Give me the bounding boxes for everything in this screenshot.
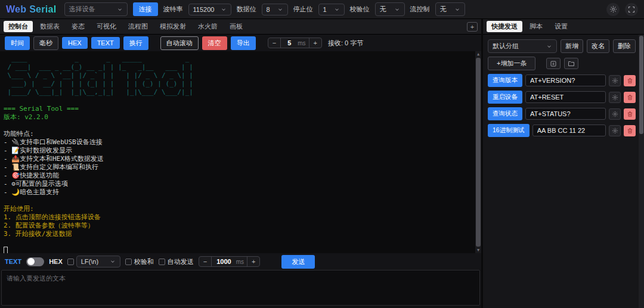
databits-select[interactable]: 8 — [262, 4, 288, 15]
scrollbar-thumb[interactable] — [476, 58, 481, 247]
item-settings-button[interactable] — [609, 92, 621, 103]
baud-select[interactable]: 115200 — [188, 4, 231, 15]
left-panel: 控制台 数据表 姿态 可视化 流程图 模拟发射 水火箭 画板 + 时间 毫秒 H… — [0, 19, 481, 308]
text-mode-label[interactable]: TEXT — [5, 258, 21, 265]
trash-icon — [627, 127, 633, 134]
databits-select-value: 8 — [267, 6, 270, 13]
device-select[interactable]: 选择设备 — [64, 2, 128, 16]
add-tab-button[interactable]: + — [467, 22, 478, 32]
item-delete-button[interactable] — [624, 92, 636, 103]
item-settings-button[interactable] — [609, 108, 621, 120]
quick-send-label-button[interactable]: 16进制测试 — [488, 124, 530, 137]
quick-send-command-input[interactable] — [525, 74, 606, 86]
ascii-art-banner: ____ _ _ _____ _ / ___| ___ _ __(_) __ _… — [4, 55, 472, 97]
quick-send-item: 查询版本 — [488, 74, 636, 87]
group-row: 默认分组 新增 改名 删除 — [488, 39, 636, 53]
line-ending-select[interactable]: LF(\n) — [76, 256, 120, 267]
console-output[interactable]: ____ _ _ _____ _ / ___| ___ _ __(_) __ _… — [0, 51, 481, 253]
hex-view-button[interactable]: HEX — [62, 37, 88, 49]
baud-select-value: 115200 — [193, 6, 215, 13]
tab-water-rocket[interactable]: 水火箭 — [193, 21, 222, 32]
clear-button[interactable]: 清空 — [202, 36, 227, 50]
scrollbar-thumb[interactable] — [639, 36, 643, 134]
right-panel-scrollbar[interactable] — [639, 35, 644, 308]
quick-send-label-button[interactable]: 重启设备 — [488, 91, 522, 104]
hex-mode-label[interactable]: HEX — [49, 258, 63, 265]
group-select[interactable]: 默认分组 — [488, 39, 557, 53]
tab-script[interactable]: 脚本 — [525, 21, 547, 32]
import-button[interactable] — [546, 58, 561, 69]
parity-select[interactable]: 无 — [375, 2, 405, 16]
feature-line: - ⚙可配置的显示选项 — [4, 180, 472, 188]
trash-icon — [627, 111, 633, 117]
scroll-up-arrow-icon[interactable]: ▲ — [477, 51, 479, 57]
millis-toggle-button[interactable]: 毫秒 — [33, 36, 58, 50]
settings-button[interactable] — [606, 3, 620, 16]
console-scrollbar[interactable]: ▲ ▼ — [475, 51, 481, 253]
tab-visualization[interactable]: 可视化 — [92, 21, 121, 32]
tab-data-table[interactable]: 数据表 — [35, 21, 64, 32]
tab-settings[interactable]: 设置 — [550, 21, 572, 32]
chevron-down-icon — [454, 7, 460, 13]
export-button[interactable]: 导出 — [231, 36, 256, 50]
export-button[interactable] — [564, 58, 578, 69]
tab-sim-launch[interactable]: 模拟发射 — [155, 21, 191, 32]
send-textarea[interactable] — [1, 270, 480, 306]
interval-value[interactable]: 5 — [281, 38, 298, 48]
quick-send-command-input[interactable] — [525, 108, 606, 120]
toggle-knob — [27, 258, 35, 265]
fullscreen-button[interactable] — [625, 3, 638, 16]
autosend-minus-button[interactable]: − — [199, 257, 212, 266]
group-add-button[interactable]: 新增 — [561, 39, 583, 53]
item-delete-button[interactable] — [624, 125, 636, 136]
scroll-down-arrow-icon[interactable]: ▼ — [477, 247, 479, 253]
item-delete-button[interactable] — [624, 108, 636, 120]
flowctrl-select-value: 无 — [440, 5, 447, 14]
item-settings-button[interactable] — [609, 75, 621, 86]
group-delete-button[interactable]: 删除 — [613, 39, 636, 53]
checksum-checkbox[interactable] — [125, 259, 132, 265]
feature-line: - 🌙暗色主题支持 — [4, 188, 472, 197]
folder-icon — [568, 60, 575, 67]
quick-send-command-input[interactable] — [532, 125, 606, 136]
interval-plus-button[interactable]: + — [309, 38, 321, 48]
main-area: 控制台 数据表 姿态 可视化 流程图 模拟发射 水火箭 画板 + 时间 毫秒 H… — [0, 19, 644, 308]
start-step-line: 1. 点击顶部的连接按钮选择设备 — [4, 213, 472, 222]
autosend-interval-value[interactable]: 1000 — [212, 257, 236, 266]
import-icon — [550, 60, 557, 67]
chevron-down-icon — [546, 43, 552, 49]
timestamp-toggle-button[interactable]: 时间 — [5, 36, 30, 50]
tab-attitude[interactable]: 姿态 — [67, 21, 89, 32]
tab-console[interactable]: 控制台 — [4, 21, 33, 32]
linewrap-button[interactable]: 换行 — [123, 36, 148, 50]
text-view-button[interactable]: TEXT — [91, 37, 120, 49]
gear-icon — [612, 127, 618, 134]
quick-send-item: 查询状态 — [488, 107, 636, 120]
quick-send-command-input[interactable] — [525, 91, 606, 103]
item-settings-button[interactable] — [609, 125, 621, 136]
flowctrl-select[interactable]: 无 — [435, 2, 465, 16]
tab-flowchart[interactable]: 流程图 — [123, 21, 153, 32]
group-rename-button[interactable]: 改名 — [587, 39, 609, 53]
left-tabbar: 控制台 数据表 姿态 可视化 流程图 模拟发射 水火箭 画板 + — [0, 19, 481, 35]
quick-send-label-button[interactable]: 查询状态 — [488, 107, 522, 120]
text-hex-toggle[interactable] — [26, 257, 44, 266]
chevron-down-icon — [221, 7, 227, 13]
autoscroll-button[interactable]: 自动滚动 — [160, 36, 199, 50]
autosend-interval-unit: ms — [236, 259, 247, 265]
autosend-plus-button[interactable]: + — [247, 257, 259, 266]
item-delete-button[interactable] — [624, 75, 636, 86]
stopbits-select[interactable]: 1 — [318, 4, 345, 15]
quick-send-label-button[interactable]: 查询版本 — [488, 74, 522, 87]
connect-button[interactable]: 连接 — [133, 2, 158, 16]
send-button[interactable]: 发送 — [281, 255, 315, 269]
console-version-line: 版本: v2.2.0 — [4, 113, 472, 122]
tab-quick-send[interactable]: 快捷发送 — [487, 21, 522, 32]
autosend-checkbox[interactable] — [159, 259, 165, 265]
line-ending-checkbox[interactable] — [67, 259, 74, 265]
console-toolbar: 时间 毫秒 HEX TEXT 换行 自动滚动 清空 导出 − 5 ms + 接收… — [0, 35, 481, 51]
tab-drawing-board[interactable]: 画板 — [225, 21, 247, 32]
interval-minus-button[interactable]: − — [268, 38, 281, 48]
add-quick-send-button[interactable]: +增加一条 — [488, 57, 535, 70]
line-ending-group: LF(\n) — [67, 256, 120, 267]
